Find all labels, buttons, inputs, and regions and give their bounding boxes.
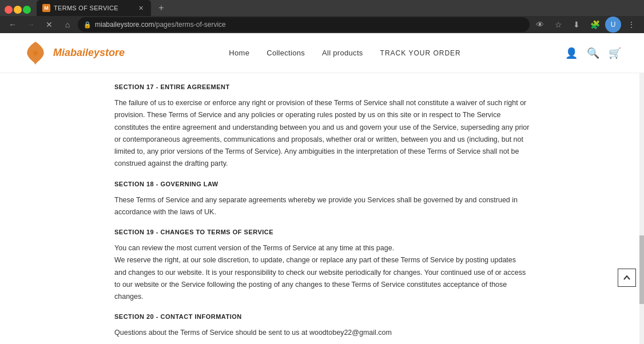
page-scrollbar[interactable]	[639, 73, 644, 344]
section-17-heading: SECTION 17 - ENTIRE AGREEMENT	[114, 83, 530, 90]
page-content: Miabaileystore Home Collections All prod…	[0, 33, 644, 344]
new-tab-button[interactable]: +	[153, 0, 169, 16]
refresh-button[interactable]: ✕	[41, 17, 57, 33]
section-18-body: These Terms of Service and any separate …	[114, 194, 530, 219]
section-19-body: You can review the most current version …	[114, 242, 530, 303]
tab-title: TERMS OF SERVICE	[54, 5, 133, 11]
download-btn[interactable]: ⬇	[569, 17, 585, 33]
section-17-body: The failure of us to exercise or enforce…	[114, 97, 530, 170]
address-text: miabaileystore.com/pages/terms-of-servic…	[95, 21, 226, 29]
browser-toolbar: ← → ✕ ⌂ 🔒 miabaileystore.com/pages/terms…	[0, 16, 644, 33]
tab-favicon: M	[42, 4, 50, 12]
section-20-body: Questions about the Terms of Service sho…	[114, 327, 530, 339]
logo-icon	[23, 39, 49, 67]
eye-slash-btn[interactable]: 👁	[532, 17, 548, 33]
window-maximize-btn[interactable]	[23, 6, 31, 14]
svg-point-0	[33, 51, 38, 55]
section-20-heading: SECTION 20 - CONTACT INFORMATION	[114, 313, 530, 320]
page-scrollbar-thumb[interactable]	[639, 235, 644, 304]
tab-close-btn[interactable]: ✕	[136, 3, 145, 13]
site-header: Miabaileystore Home Collections All prod…	[0, 33, 644, 73]
window-controls	[5, 6, 32, 14]
window-minimize-btn[interactable]	[14, 6, 22, 14]
site-logo: Miabaileystore	[23, 39, 125, 67]
section-18: SECTION 18 - GOVERNING LAW These Terms o…	[114, 181, 530, 219]
nav-collections[interactable]: Collections	[267, 49, 305, 57]
section-19-heading: SECTION 19 - CHANGES TO TERMS OF SERVICE	[114, 229, 530, 235]
account-icon[interactable]: 👤	[565, 47, 578, 59]
nav-track-order[interactable]: TRACK YOUR ORDER	[380, 49, 461, 57]
cart-icon[interactable]: 🛒	[609, 47, 621, 59]
window-close-btn[interactable]	[5, 6, 13, 14]
nav-home[interactable]: Home	[229, 49, 249, 57]
section-20: SECTION 20 - CONTACT INFORMATION Questio…	[114, 313, 530, 339]
search-icon[interactable]: 🔍	[587, 47, 599, 59]
back-button[interactable]: ←	[5, 17, 21, 33]
forward-button[interactable]: →	[23, 17, 39, 33]
toolbar-actions: 👁 ☆ ⬇ 🧩 U ⋮	[532, 17, 639, 33]
browser-tabs: M TERMS OF SERVICE ✕ +	[0, 0, 644, 16]
logo-text: Miabaileystore	[53, 47, 125, 59]
extension-btn[interactable]: 🧩	[587, 17, 603, 33]
browser-chrome: M TERMS OF SERVICE ✕ + ← → ✕ ⌂ 🔒 miabail…	[0, 0, 644, 33]
section-18-heading: SECTION 18 - GOVERNING LAW	[114, 181, 530, 187]
address-bar[interactable]: 🔒 miabaileystore.com/pages/terms-of-serv…	[78, 17, 530, 32]
home-button[interactable]: ⌂	[59, 17, 75, 33]
bookmark-btn[interactable]: ☆	[550, 17, 566, 33]
site-header-actions: 👤 🔍 🛒	[565, 47, 621, 59]
main-content[interactable]: SECTION 17 - ENTIRE AGREEMENT The failur…	[0, 73, 644, 344]
menu-btn[interactable]: ⋮	[623, 17, 639, 33]
site-nav: Home Collections All products TRACK YOUR…	[229, 49, 460, 57]
nav-all-products[interactable]: All products	[322, 49, 363, 57]
section-17: SECTION 17 - ENTIRE AGREEMENT The failur…	[114, 83, 530, 170]
profile-avatar[interactable]: U	[605, 17, 621, 33]
active-tab[interactable]: M TERMS OF SERVICE ✕	[37, 0, 151, 16]
section-19: SECTION 19 - CHANGES TO TERMS OF SERVICE…	[114, 229, 530, 303]
scroll-to-top-button[interactable]	[618, 269, 636, 287]
